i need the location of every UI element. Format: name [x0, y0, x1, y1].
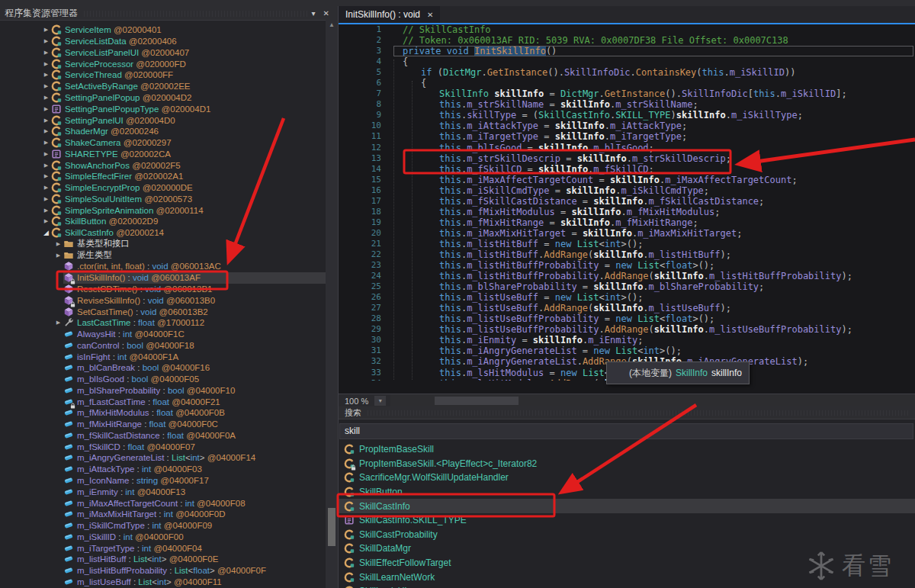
code-line[interactable]: 28this.m_listUseBuffProbability = new Li…: [339, 313, 915, 324]
code-line[interactable]: 1// SkillCastInfo: [339, 24, 915, 35]
tree-row[interactable]: ReviseSkillInfo() : void @060013B0: [63, 294, 326, 306]
code-line[interactable]: 25this.m_blShareProbability = skillInfo.…: [339, 281, 915, 292]
tree-row[interactable]: ▶基类型和接口: [53, 239, 326, 250]
expander-collapsed-icon[interactable]: ▶: [41, 194, 51, 204]
tree-row[interactable]: ▶SettingPanelUI @020004D0: [41, 114, 326, 126]
code-line[interactable]: 10this.m_iAttackType = skillInfo.m_iAtta…: [339, 120, 915, 131]
zoom-level[interactable]: 100 %: [339, 397, 374, 406]
tree-row[interactable]: ▶ServiceItem @02000401: [41, 24, 326, 36]
code-line[interactable]: 8this.m_strSkillName = skillInfo.m_strSk…: [339, 99, 915, 110]
tree-row[interactable]: m_fLastCastTime : float @04000F21: [63, 396, 326, 407]
tree-row[interactable]: ▶SimpleSpriteAnimation @02000114: [41, 204, 326, 216]
tree-row[interactable]: m_blShareProbability : bool @04000F10: [63, 385, 326, 397]
expander-expanded-icon[interactable]: ◢: [41, 227, 51, 238]
search-result-row[interactable]: SacrificeMgr.WolfSkillUpdateHandler: [339, 471, 915, 485]
tree-row[interactable]: ◢SkillCastInfo @02000214: [41, 227, 326, 239]
tree-row[interactable]: m_iEnmity : int @04000F13: [63, 486, 326, 497]
tree-row[interactable]: ▶SHARETYPE @020002CA: [41, 148, 326, 159]
expander-collapsed-icon[interactable]: ▶: [41, 171, 51, 182]
tree-row[interactable]: m_fSkillCastDistance : float @04000F0A: [63, 430, 326, 442]
search-result-row[interactable]: SkillCastProbability: [339, 528, 915, 542]
code-line[interactable]: 23this.m_listHitBuffProbability = new Li…: [339, 260, 915, 271]
tree-row[interactable]: ▶SimpleSoulUnitItem @02000573: [41, 193, 326, 204]
expander-collapsed-icon[interactable]: ▶: [41, 92, 51, 103]
code-line[interactable]: 27this.m_listUseBuff.AddRange(skillInfo.…: [339, 303, 915, 313]
tree-row[interactable]: m_listUseBuff : List<int> @04000F11: [63, 577, 326, 588]
code-line[interactable]: 11this.m_iTargetType = skillInfo.m_iTarg…: [339, 131, 915, 142]
search-result-row[interactable]: SkillCastInfo.SKILL_TYPE: [339, 513, 915, 528]
tree-row[interactable]: ▶SettingPanelPopup @020004D2: [41, 92, 326, 104]
code-line[interactable]: 17this.m_fSkillCastDistance = skillInfo.…: [339, 196, 915, 207]
tree-row[interactable]: ▶ServiceListPanelUI @02000407: [41, 47, 326, 59]
code-line[interactable]: 18this.m_fMixHitModulus = skillInfo.m_fM…: [339, 207, 915, 217]
code-line[interactable]: 4{: [339, 56, 915, 67]
tree-row[interactable]: m_iMaxAffectTargetCount : int @04000F08: [63, 497, 326, 509]
tree-row[interactable]: InitSkillInfo() : void @060013AF: [63, 272, 326, 284]
tree-row[interactable]: ▶SimpleEffectFirer @020002A1: [41, 171, 326, 182]
search-result-row[interactable]: SkillButton: [339, 485, 915, 500]
search-result-row[interactable]: SkillLogicUI: [339, 584, 915, 588]
tree-row[interactable]: ▶SkillButton @020002D9: [41, 216, 326, 227]
tree-row[interactable]: m_iMaxMixHitTarget : int @04000F0D: [63, 509, 326, 520]
code-line[interactable]: 19this.m_fMixHitRange = skillInfo.m_fMix…: [339, 217, 915, 228]
code-view[interactable]: 1// SkillCastInfo2// Token: 0x060013AF R…: [339, 24, 915, 381]
tree-row[interactable]: ResetCDTime() : void @060013B1: [63, 284, 326, 295]
code-line[interactable]: 15this.m_iMaxAffectTargetCount = skillIn…: [339, 175, 915, 185]
code-line[interactable]: 3private void InitSkillInfo(): [339, 46, 915, 56]
code-line[interactable]: 22this.m_listHitBuff.AddRange(skillInfo.…: [339, 249, 915, 260]
tree-row[interactable]: ▶ShaderMgr @02000246: [41, 126, 326, 137]
expander-collapsed-icon[interactable]: ▶: [41, 47, 51, 58]
expander-collapsed-icon[interactable]: ▶: [41, 182, 51, 193]
code-line[interactable]: 6{: [339, 78, 915, 88]
expander-collapsed-icon[interactable]: ▶: [41, 36, 51, 47]
tree-row[interactable]: AlwaysHit : int @04000F1C: [63, 329, 326, 340]
tree-row[interactable]: canControl : bool @04000F18: [63, 339, 326, 351]
tree-row[interactable]: m_iSkillID : int @04000F00: [63, 531, 326, 542]
expander-collapsed-icon[interactable]: ▶: [41, 115, 51, 126]
code-line[interactable]: 21this.m_listHitBuff = new List<int>();: [339, 239, 915, 249]
expander-collapsed-icon[interactable]: ▶: [41, 149, 51, 159]
search-result-row[interactable]: PropItemBaseSkill: [339, 442, 915, 457]
tab-initskillinfo[interactable]: InitSkillInfo() : void ✕: [339, 6, 440, 23]
tree-row[interactable]: m_blIsGood : bool @04000F05: [63, 374, 326, 385]
tree-row[interactable]: ▶ShakeCamera @02000297: [41, 137, 326, 149]
expander-collapsed-icon[interactable]: ▶: [41, 24, 51, 35]
tree-row[interactable]: ▶ServiceListData @02000406: [41, 36, 326, 47]
expander-collapsed-icon[interactable]: ▶: [41, 160, 51, 171]
tree-row[interactable]: ▶SimpleEncryptProp @020000DE: [41, 182, 326, 194]
tree-row[interactable]: ▶ServiceProcessor @020000FD: [41, 58, 326, 69]
tree-scrollbar-thumb[interactable]: [328, 508, 336, 546]
expander-collapsed-icon[interactable]: ▶: [53, 317, 63, 328]
tree-row[interactable]: isInFight : int @04000F1A: [63, 351, 326, 362]
expander-collapsed-icon[interactable]: ▶: [41, 205, 51, 216]
tree-row[interactable]: ▶派生类型: [53, 249, 326, 261]
code-line[interactable]: 24this.m_listHitBuffProbability.AddRange…: [339, 271, 915, 281]
search-result-row[interactable]: PropItemBaseSkill.<PlayEffect>c_Iterator…: [339, 457, 915, 471]
expander-collapsed-icon[interactable]: ▶: [41, 126, 51, 137]
tree-row[interactable]: m_fMixHitRange : float @04000F0C: [63, 419, 326, 430]
code-line[interactable]: 14this.m_fSkillCD = skillInfo.m_fSkillCD…: [339, 164, 915, 175]
tree-row[interactable]: m_listHitBuff : List<int> @04000F0E: [63, 554, 326, 565]
code-line[interactable]: 2// Token: 0x060013AF RID: 5039 RVA: 0x0…: [339, 35, 915, 46]
tab-close-icon[interactable]: ✕: [427, 11, 433, 19]
tree-row[interactable]: ▶SetActiveByRange @020002EE: [41, 81, 326, 92]
expander-collapsed-icon[interactable]: ▶: [53, 239, 63, 249]
tree-row[interactable]: m_iAttackType : int @04000F03: [63, 464, 326, 475]
expander-collapsed-icon[interactable]: ▶: [41, 216, 51, 227]
code-line[interactable]: 26this.m_listUseBuff = new List<int>();: [339, 292, 915, 303]
code-line[interactable]: 29this.m_listUseBuffProbability.AddRange…: [339, 324, 915, 335]
tree-row[interactable]: m_listHitBuffProbability : List<float> @…: [63, 565, 326, 577]
expander-collapsed-icon[interactable]: ▶: [41, 104, 51, 114]
code-line[interactable]: 30this.m_iEnmity = skillInfo.m_iEnmity;: [339, 335, 915, 345]
tree-row[interactable]: ▶ServiceThread @020000FF: [41, 69, 326, 81]
code-line[interactable]: 7SkillInfo skillInfo = DictMgr.GetInstan…: [339, 88, 915, 99]
tree-row[interactable]: m_blCanBreak : bool @04000F16: [63, 362, 326, 374]
code-line[interactable]: 5if (DictMgr.GetInstance().SkillInfoDic.…: [339, 67, 915, 78]
tree-row[interactable]: SetCastTime() : void @060013B2: [63, 306, 326, 317]
tree-row[interactable]: ▶ShowAnchorPos @020002F5: [41, 159, 326, 171]
horizontal-scrollbar[interactable]: [390, 394, 915, 407]
code-line[interactable]: 20this.m_iMaxMixHitTarget = skillInfo.m_…: [339, 228, 915, 239]
scrollbar-up-icon[interactable]: ▲: [326, 20, 338, 31]
tree-row[interactable]: m_IconName : string @04000F17: [63, 475, 326, 487]
tree-row[interactable]: m_iSkillCmdType : int @04000F09: [63, 520, 326, 532]
